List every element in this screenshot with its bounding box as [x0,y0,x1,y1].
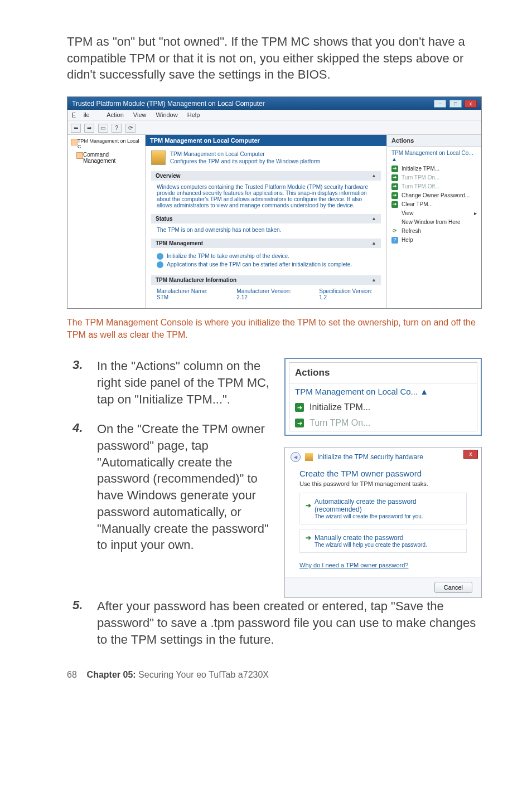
figure-caption: The TPM Management Console is where you … [67,317,482,342]
toolbar: ⬅ ➡ ▭ ? ⟳ [67,120,481,135]
refresh-icon: ⟳ [391,228,398,235]
help-icon[interactable]: ? [112,124,122,133]
overview-heading: Overview [156,173,180,179]
collapse-icon[interactable]: ▲ [371,277,376,283]
option-manual-desc: The wizard will help you create the pass… [315,542,461,548]
spec-ver: Specification Version: 1.2 [319,288,375,300]
step-number-3: 3. [72,358,87,407]
status-text: The TPM is on and ownership has not been… [151,223,381,236]
step-5-text: After your password has been created or … [97,598,482,648]
option-manual[interactable]: ➔Manually create the password The wizard… [299,529,467,553]
arrow-icon: ➔ [391,166,398,172]
action-clear[interactable]: ➔Clear TPM... [391,200,477,209]
nav-back-icon[interactable]: ⬅ [71,124,81,133]
action-new-window[interactable]: New Window from Here [391,218,477,227]
tree-pane: TPM Management on Local C Command Manage… [67,135,146,308]
overview-text: Windows computers containing the Trusted… [151,181,381,212]
actions-head: Actions [387,135,481,147]
chapter-title: Securing Your eo TufTab a7230X [136,670,269,679]
manu-heading: TPM Manufacturer Information [156,277,236,283]
why-link[interactable]: Why do I need a TPM owner password? [299,562,408,568]
menu-action[interactable]: Action [107,111,124,118]
tree-node-command[interactable]: Command Management [75,150,143,165]
actions-group: TPM Management on Local Co... ▲ [391,149,477,164]
option-auto-desc: The wizard will create the password for … [315,513,461,519]
action-turn-off: ➔Turn TPM Off... [391,182,477,191]
actions-group: TPM Management on Local Co... ▲ [289,383,477,400]
mgmt-line1: Initialize the TPM to take ownership of … [167,253,289,259]
step-number-4: 4. [72,421,87,553]
minimize-icon[interactable]: – [434,100,446,108]
action-turn-on: ➔Turn TPM On... [289,415,477,431]
mgmt-line2: Applications that use the TPM can be sta… [167,261,352,268]
arrow-icon: ➔ [391,174,398,181]
close-icon[interactable]: x [465,100,477,108]
properties-icon[interactable]: ▭ [98,124,108,133]
arrow-icon: ➔ [391,192,398,199]
cancel-button[interactable]: Cancel [434,582,472,593]
maximize-icon[interactable]: □ [449,100,462,108]
step-3-text: In the "Actions" column on the right sid… [97,358,270,407]
action-turn-on: ➔Turn TPM On... [391,173,477,182]
step-number-5: 5. [72,598,87,648]
tpm-chip-icon [305,453,313,461]
option-auto[interactable]: ➔Automatically create the password (reco… [299,493,467,524]
back-icon[interactable]: ◄ [291,452,301,462]
manu-ver: Manufacturer Version: 2.12 [236,288,297,300]
collapse-icon[interactable]: ▲ [371,173,376,178]
collapse-icon[interactable]: ▲ [371,216,376,221]
tree-node-tpm[interactable]: TPM Management on Local C [70,137,143,150]
arrow-icon: ➔ [306,534,311,542]
action-view[interactable]: View▸ [391,209,477,218]
actions-head: Actions [289,363,477,383]
manu-name: Manufacturer Name: STM [157,288,214,300]
wizard-sub: Use this password for TPM management tas… [299,480,467,487]
page-footer: 68 Chapter 05: Securing Your eo TufTab a… [67,670,482,680]
wizard-heading: Create the TPM owner password [299,469,467,478]
menu-file[interactable]: File [72,111,98,118]
intro-text: TPM as "on" but "not owned". If the TPM … [67,33,482,83]
conf-title: TPM Management on Local Computer [170,150,320,158]
info-icon [157,253,163,260]
menu-window[interactable]: Window [156,111,178,118]
action-initialize[interactable]: ➔Initialize TPM... [289,400,477,415]
wizard-title: Initialize the TPM security hardware [317,453,423,461]
collapse-icon[interactable]: ▲ [371,240,376,246]
mmc-window: Trusted Platform Module (TPM) Management… [67,96,482,309]
help-icon: ? [391,237,398,244]
refresh-icon[interactable]: ⟳ [125,124,136,133]
menu-view[interactable]: View [133,111,147,118]
page-number: 68 [67,670,77,679]
window-title: Trusted Platform Module (TPM) Management… [72,100,265,108]
status-heading: Status [156,216,173,222]
close-icon[interactable]: x [463,450,478,459]
center-pane: TPM Management on Local Computer TPM Man… [146,135,386,308]
tpm-chip-icon [151,150,166,165]
conf-sub: Configures the TPM and its support by th… [170,158,320,166]
arrow-icon: ➔ [306,502,311,509]
nav-fwd-icon[interactable]: ➡ [84,124,94,133]
actions-pane: Actions TPM Management on Local Co... ▲ … [386,135,481,308]
chapter-label: Chapter 05: [87,670,136,679]
menu-bar: File Action View Window Help [67,110,481,120]
action-refresh[interactable]: ⟳Refresh [391,227,477,236]
arrow-icon: ➔ [391,201,398,208]
arrow-icon: ➔ [295,419,304,427]
arrow-icon: ➔ [295,403,304,412]
action-help[interactable]: ?Help [391,236,477,245]
actions-panel-detail: Actions TPM Management on Local Co... ▲ … [284,358,482,436]
action-change-pwd[interactable]: ➔Change Owner Password... [391,191,477,200]
mgmt-heading: TPM Management [156,240,203,246]
tpm-wizard-dialog: x ◄ Initialize the TPM security hardware… [284,447,482,598]
center-title: TPM Management on Local Computer [146,135,386,146]
arrow-icon: ➔ [391,183,398,190]
menu-help[interactable]: Help [187,111,200,118]
step-4-text: On the "Create the TPM owner password" p… [97,421,270,553]
action-initialize[interactable]: ➔Initialize TPM... [391,164,477,173]
info-icon [157,261,163,268]
